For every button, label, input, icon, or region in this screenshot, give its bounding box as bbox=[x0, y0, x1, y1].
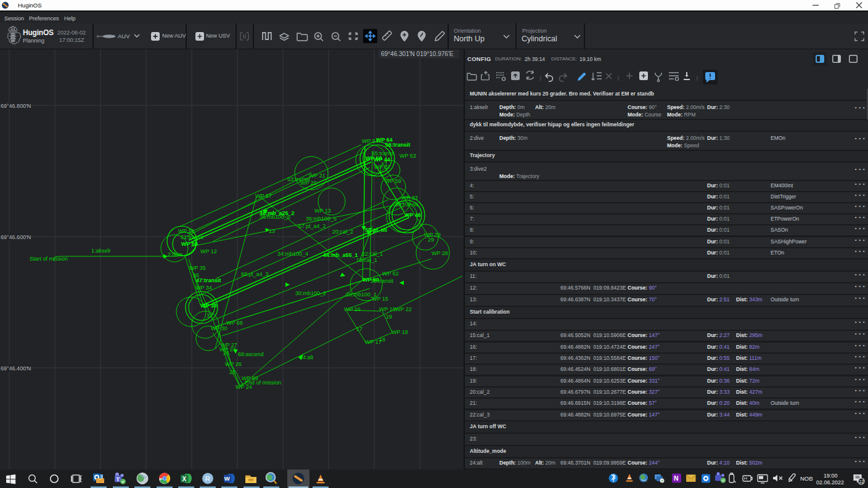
svg-text:69°46.800'N: 69°46.800'N bbox=[1, 103, 31, 109]
svg-text:36:mb100_5: 36:mb100_5 bbox=[306, 216, 337, 222]
svg-text:WP 17: WP 17 bbox=[365, 339, 382, 345]
svg-text:WP 33: WP 33 bbox=[401, 195, 418, 201]
svg-text:67:pl_a4_2: 67:pl_a4_2 bbox=[298, 223, 326, 229]
svg-text:WP 24: WP 24 bbox=[235, 384, 252, 390]
svg-text:WP 13: WP 13 bbox=[314, 208, 331, 214]
svg-text:22:cal_1: 22:cal_1 bbox=[362, 251, 383, 257]
svg-text:48:mb_a25_2: 48:mb_a25_2 bbox=[260, 210, 295, 216]
svg-text:69°46.400'N: 69°46.400'N bbox=[1, 365, 31, 372]
svg-text:W: W bbox=[224, 475, 230, 482]
svg-text:02.06.2022: 02.06.2022 bbox=[816, 479, 844, 486]
svg-text:29: 29 bbox=[428, 237, 434, 243]
svg-text:R: R bbox=[205, 475, 210, 482]
svg-text:WP 30: WP 30 bbox=[211, 325, 227, 331]
svg-text:WP 53: WP 53 bbox=[399, 153, 416, 159]
svg-text:WP 26: WP 26 bbox=[225, 361, 242, 367]
svg-text:20:cal_2: 20:cal_2 bbox=[332, 229, 353, 235]
svg-text:WP 67: WP 67 bbox=[255, 193, 272, 199]
svg-text:WP 62: WP 62 bbox=[382, 270, 399, 277]
svg-text:WP 18: WP 18 bbox=[391, 329, 408, 335]
svg-text:24:alt: 24:alt bbox=[300, 354, 314, 360]
svg-text:WP 34: WP 34 bbox=[195, 285, 212, 291]
svg-text:WP 59: WP 59 bbox=[385, 178, 401, 184]
svg-text:WP 22: WP 22 bbox=[395, 306, 412, 312]
svg-text:1:akselr: 1:akselr bbox=[91, 248, 111, 254]
svg-text:19:00: 19:00 bbox=[824, 473, 838, 479]
svg-text:44:mb_a55_1: 44:mb_a55_1 bbox=[323, 252, 358, 258]
svg-text:WP 33: WP 33 bbox=[200, 303, 217, 309]
svg-text:2:dive: 2:dive bbox=[168, 251, 182, 258]
svg-text:WP 68: WP 68 bbox=[226, 320, 243, 326]
svg-text:15:cal_1: 15:cal_1 bbox=[356, 257, 377, 263]
svg-text:X: X bbox=[182, 476, 187, 482]
svg-text:34:mb100_4: 34:mb100_4 bbox=[277, 251, 308, 257]
svg-text:69:ascend: 69:ascend bbox=[238, 351, 264, 357]
svg-text:31: 31 bbox=[207, 312, 213, 319]
svg-text:12: 12 bbox=[859, 479, 864, 484]
svg-text:68:pl_a4_3: 68:pl_a4_3 bbox=[241, 271, 269, 277]
svg-text:69°46.600'N: 69°46.600'N bbox=[1, 234, 31, 240]
svg-text:WP 19: WP 19 bbox=[379, 306, 396, 312]
svg-text:T: T bbox=[117, 476, 120, 482]
svg-text:WP 28: WP 28 bbox=[432, 250, 448, 256]
svg-text:N: N bbox=[674, 474, 679, 482]
svg-text:WP 51: WP 51 bbox=[178, 228, 195, 234]
svg-text:58:pl_a5: 58:pl_a5 bbox=[365, 227, 387, 233]
svg-text:WP 15: WP 15 bbox=[372, 296, 388, 302]
svg-text:WP 35: WP 35 bbox=[189, 265, 206, 271]
svg-text:51:transit: 51:transit bbox=[181, 234, 204, 240]
svg-text:25: 25 bbox=[229, 369, 235, 375]
svg-text:13: 13 bbox=[269, 228, 275, 234]
svg-text:63:transit: 63:transit bbox=[395, 201, 419, 208]
svg-text:69°46.301'N 019°10.976'E: 69°46.301'N 019°10.976'E bbox=[381, 51, 454, 57]
svg-text:WP 12: WP 12 bbox=[200, 248, 217, 254]
svg-text:WP 46: WP 46 bbox=[404, 212, 421, 218]
svg-text:WP 60: WP 60 bbox=[362, 277, 379, 283]
svg-text:17: 17 bbox=[356, 326, 362, 332]
svg-text:WP 37: WP 37 bbox=[374, 164, 391, 170]
svg-text:Start of mission: Start of mission bbox=[30, 256, 68, 262]
svg-text:56:transit: 56:transit bbox=[385, 142, 411, 148]
svg-text:WP 20: WP 20 bbox=[300, 180, 317, 186]
svg-text:26: 26 bbox=[223, 350, 229, 356]
svg-text:WP 44: WP 44 bbox=[374, 157, 390, 163]
svg-text:30:mb100_2: 30:mb100_2 bbox=[295, 290, 326, 296]
svg-text:WP 50: WP 50 bbox=[181, 241, 198, 247]
svg-text:47:transit: 47:transit bbox=[196, 277, 221, 283]
svg-text:WP 21: WP 21 bbox=[309, 173, 326, 179]
svg-text:NOB: NOB bbox=[800, 475, 813, 482]
svg-text:WP 16: WP 16 bbox=[344, 306, 361, 312]
svg-text:19: 19 bbox=[386, 314, 392, 320]
